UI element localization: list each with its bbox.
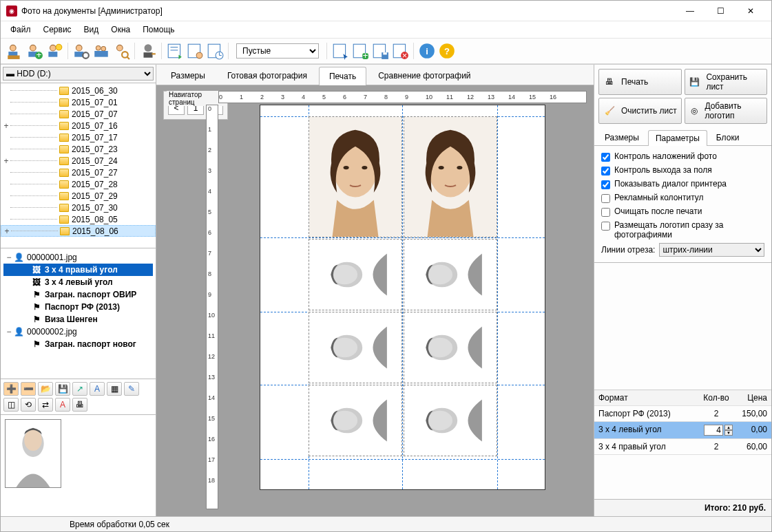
folder-row[interactable]: 2015_08_05 — [1, 213, 156, 225]
clear-sheet-button[interactable]: 🧹Очистить лист — [598, 98, 682, 124]
tool-users-icon[interactable] — [92, 41, 111, 61]
param-checkbox-row[interactable]: Размещать логотип сразу за фотографиями — [601, 220, 764, 240]
file-node[interactable]: −👤00000001.jpg — [3, 251, 153, 264]
folder-row[interactable]: 2015_07_17 — [1, 131, 156, 143]
print-preview-area[interactable]: Навигатор страниц < 1 > 0123456789101112… — [156, 85, 594, 516]
tool-list-add-icon[interactable]: + — [351, 41, 370, 61]
menu-service[interactable]: Сервис — [38, 23, 77, 36]
file-tree[interactable]: −👤00000001.jpg🖼3 x 4 правый угол🖼3 x 4 л… — [1, 248, 156, 379]
mini-text-icon[interactable]: A — [90, 382, 105, 396]
param-checkbox-row[interactable]: Контроль наложений фото — [601, 151, 764, 162]
preview-thumbnail[interactable] — [5, 419, 61, 488]
mini-open-icon[interactable]: 📂 — [38, 382, 53, 396]
folder-row[interactable]: +2015_07_16 — [1, 120, 156, 131]
mini-flip-icon[interactable]: ⇄ — [38, 398, 53, 412]
mini-grid-icon[interactable]: ▦ — [107, 382, 122, 396]
photo-cell[interactable] — [404, 116, 497, 237]
folder-row[interactable]: 2015_07_07 — [1, 108, 156, 120]
tool-user-gear-icon[interactable] — [72, 41, 91, 61]
qty-input[interactable] — [704, 425, 723, 436]
mini-save-icon[interactable]: 💾 — [55, 382, 70, 396]
photo-cell[interactable] — [309, 239, 402, 310]
cutlines-select[interactable]: штрих-линии — [659, 243, 764, 257]
tool-key-icon[interactable] — [138, 41, 158, 61]
file-node[interactable]: ⚑Виза Шенген — [3, 313, 153, 326]
maximize-button[interactable]: ☐ — [705, 1, 736, 21]
tool-list-arrow-icon[interactable] — [165, 41, 185, 61]
tool-list-save-icon[interactable] — [371, 41, 390, 61]
print-sheet[interactable] — [260, 105, 545, 490]
folder-row[interactable]: 2015_06_30 — [1, 85, 156, 96]
file-node[interactable]: 🖼3 x 4 правый угол — [3, 264, 153, 276]
ptab-sizes[interactable]: Размеры — [597, 129, 647, 145]
toolbar-template-select[interactable]: Пустые — [236, 43, 319, 58]
svg-point-0 — [10, 45, 17, 51]
add-logo-button[interactable]: ◎Добавить логотип — [685, 98, 768, 124]
file-node[interactable]: ⚑Паспорт РФ (2013) — [3, 301, 153, 313]
tool-search-icon[interactable] — [112, 41, 131, 61]
mini-print-icon[interactable]: 🖶 — [72, 398, 87, 412]
photo-cell[interactable] — [404, 312, 497, 383]
drive-select[interactable]: ▬ HDD (D:) — [3, 67, 154, 81]
mini-add-icon[interactable]: ➕ — [3, 382, 19, 396]
menu-view[interactable]: Вид — [79, 23, 105, 36]
tab-finished[interactable]: Готовая фотография — [217, 66, 317, 85]
param-checkbox-row[interactable]: Показывать диалог принтера — [601, 179, 764, 189]
tool-list-clock-icon[interactable] — [205, 41, 225, 61]
window-title: Фото на документы [Администратор] — [21, 6, 675, 16]
file-node[interactable]: ⚑Загран. паспорт ОВИР — [3, 288, 153, 301]
price-row[interactable]: 3 x 4 правый угол260,00 — [594, 439, 771, 455]
param-checkbox-row[interactable]: Очищать после печати — [601, 206, 764, 217]
tool-add-icon[interactable]: + — [25, 41, 44, 61]
folder-row[interactable]: 2015_07_30 — [1, 202, 156, 213]
tab-compare[interactable]: Сравнение фотографий — [368, 66, 481, 85]
minimize-button[interactable]: — — [675, 1, 705, 21]
tool-list-user-icon[interactable] — [185, 41, 205, 61]
folder-row[interactable]: 2015_07_28 — [1, 178, 156, 190]
photo-cell[interactable] — [309, 385, 402, 456]
folder-row[interactable]: 2015_07_23 — [1, 143, 156, 155]
tool-open-icon[interactable] — [5, 41, 24, 61]
photo-cell[interactable] — [309, 116, 402, 237]
folder-row[interactable]: 2015_07_01 — [1, 96, 156, 108]
file-node[interactable]: −👤00000002.jpg — [3, 326, 153, 338]
ptab-blocks[interactable]: Блоки — [709, 129, 747, 145]
tab-print[interactable]: Печать — [319, 67, 366, 85]
col-price[interactable]: Цена — [737, 390, 771, 405]
tool-list-cursor-icon[interactable] — [331, 41, 350, 61]
menu-file[interactable]: Файл — [5, 23, 36, 36]
photo-cell[interactable] — [404, 239, 497, 310]
col-format[interactable]: Формат — [594, 390, 696, 405]
folder-row[interactable]: 2015_07_29 — [1, 190, 156, 202]
photo-cell[interactable] — [309, 312, 402, 383]
file-node[interactable]: ⚑Загран. паспорт новог — [3, 338, 153, 350]
folder-row[interactable]: +2015_08_06 — [1, 225, 156, 237]
price-row[interactable]: Паспорт РФ (2013)2150,00 — [594, 406, 771, 422]
tool-list-delete-icon[interactable]: × — [390, 41, 410, 61]
mini-edit-icon[interactable]: ✎ — [124, 382, 139, 396]
folder-row[interactable]: 2015_07_27 — [1, 167, 156, 178]
menu-help[interactable]: Помощь — [137, 23, 180, 36]
price-row[interactable]: 3 x 4 левый угол▲▼0,00 — [594, 422, 771, 439]
ptab-params[interactable]: Параметры — [648, 130, 707, 146]
mini-text2-icon[interactable]: A — [55, 398, 70, 412]
save-sheet-button[interactable]: 💾Сохранить лист — [685, 69, 768, 95]
mini-export-icon[interactable]: ↗ — [72, 382, 87, 396]
file-node[interactable]: 🖼3 x 4 левый угол — [3, 276, 153, 288]
tab-sizes[interactable]: Размеры — [160, 66, 216, 85]
tool-help-icon[interactable]: ? — [437, 41, 457, 61]
photo-cell[interactable] — [404, 385, 497, 456]
mini-remove-icon[interactable]: ➖ — [21, 382, 36, 396]
mini-crop-icon[interactable]: ◫ — [3, 398, 19, 412]
param-checkbox-row[interactable]: Контроль выхода за поля — [601, 165, 764, 175]
param-checkbox-row[interactable]: Рекламный колонтитул — [601, 193, 764, 203]
col-qty[interactable]: Кол-во — [696, 390, 737, 405]
menu-windows[interactable]: Окна — [105, 23, 136, 36]
folder-tree[interactable]: 2015_06_302015_07_012015_07_07+2015_07_1… — [1, 83, 156, 248]
mini-rotate-icon[interactable]: ⟲ — [21, 398, 36, 412]
folder-row[interactable]: +2015_07_24 — [1, 155, 156, 167]
close-button[interactable]: ✕ — [736, 1, 766, 21]
tool-info-icon[interactable]: i — [417, 41, 437, 61]
tool-sun-icon[interactable] — [45, 41, 64, 61]
print-button[interactable]: 🖶Печать — [598, 69, 682, 95]
